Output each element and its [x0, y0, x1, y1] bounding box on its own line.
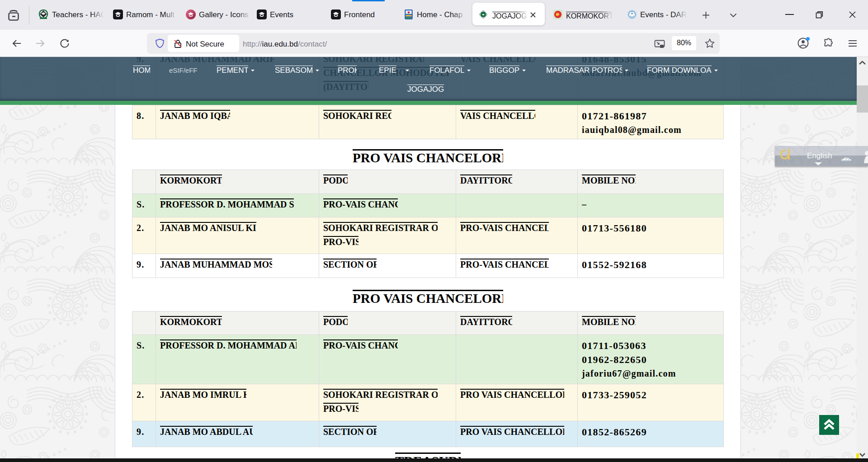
- svg-text:English: English: [807, 151, 832, 160]
